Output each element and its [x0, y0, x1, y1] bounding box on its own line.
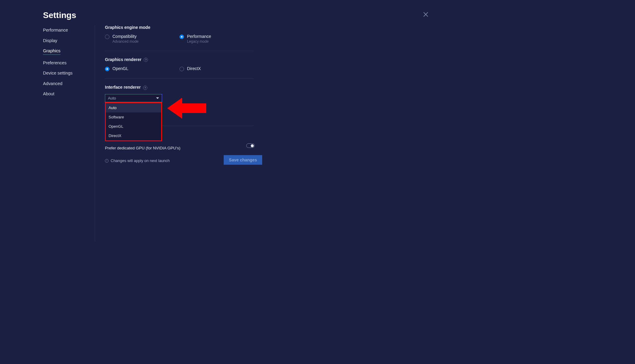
interface-renderer-label: Interface renderer ?: [105, 85, 254, 90]
sidebar-divider: [95, 25, 95, 241]
radio-label: OpenGL: [112, 66, 128, 71]
prefer-dedicated-gpu-toggle[interactable]: [246, 143, 255, 148]
info-icon: i: [105, 159, 109, 163]
renderer-label: Graphics renderer ?: [105, 57, 254, 62]
footer-note-text: Changes will apply on next launch: [111, 158, 170, 163]
page-title: Settings: [43, 11, 76, 20]
prefer-dedicated-gpu-label: Prefer dedicated GPU (for NVIDIA GPU's): [105, 146, 180, 150]
renderer-directx[interactable]: DirectX: [179, 66, 254, 71]
radio-sublabel: Advanced mode: [112, 39, 139, 44]
save-changes-button[interactable]: Save changes: [224, 155, 262, 165]
toggle-knob: [251, 144, 254, 147]
radio-icon: [105, 67, 109, 71]
dropdown-option-software[interactable]: Software: [106, 112, 161, 122]
interface-renderer-dropdown-list: Auto Software OpenGL DirectX: [105, 102, 162, 141]
dropdown-option-opengl[interactable]: OpenGL: [106, 122, 161, 131]
help-icon[interactable]: ?: [143, 86, 147, 90]
close-button[interactable]: [423, 12, 428, 17]
settings-sidebar: Performance Display Graphics Preferences…: [43, 28, 72, 96]
sidebar-item-graphics[interactable]: Graphics: [43, 48, 60, 55]
svg-marker-2: [167, 98, 206, 119]
radio-icon: [105, 35, 109, 39]
dropdown-option-directx[interactable]: DirectX: [106, 131, 161, 140]
dropdown-value: Auto: [108, 96, 116, 100]
help-icon[interactable]: ?: [144, 58, 148, 62]
annotation-arrow-icon: [167, 96, 206, 121]
footer-note: i Changes will apply on next launch: [105, 158, 170, 163]
radio-label: Performance: [187, 34, 211, 39]
close-icon: [423, 12, 428, 17]
section-divider: [105, 78, 254, 79]
sidebar-item-preferences[interactable]: Preferences: [43, 60, 66, 65]
sidebar-item-device-settings[interactable]: Device settings: [43, 71, 72, 75]
radio-icon: [179, 35, 184, 39]
sidebar-item-performance[interactable]: Performance: [43, 28, 68, 32]
radio-label: Compatibility: [112, 34, 139, 39]
radio-sublabel: Legacy mode: [187, 39, 211, 44]
radio-label: DirectX: [187, 66, 201, 71]
engine-mode-compatibility[interactable]: Compatibility Advanced mode: [105, 34, 179, 44]
sidebar-item-about[interactable]: About: [43, 91, 54, 96]
renderer-opengl[interactable]: OpenGL: [105, 66, 179, 71]
sidebar-item-display[interactable]: Display: [43, 38, 57, 43]
sidebar-item-advanced[interactable]: Advanced: [43, 81, 63, 86]
caret-down-icon: [156, 97, 159, 99]
engine-mode-performance[interactable]: Performance Legacy mode: [179, 34, 254, 44]
radio-icon: [179, 67, 184, 71]
interface-renderer-label-text: Interface renderer: [105, 85, 141, 90]
engine-mode-label: Graphics engine mode: [105, 25, 254, 30]
renderer-label-text: Graphics renderer: [105, 57, 141, 62]
section-divider: [105, 51, 254, 51]
interface-renderer-dropdown[interactable]: Auto: [105, 94, 162, 102]
dropdown-option-auto[interactable]: Auto: [106, 103, 161, 112]
